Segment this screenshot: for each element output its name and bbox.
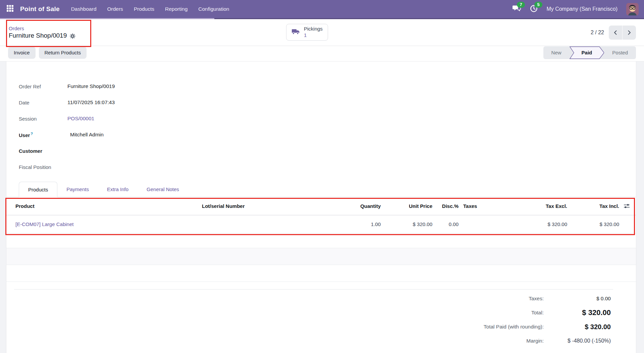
header-unit-price[interactable]: Unit Price: [381, 203, 432, 209]
status-step-posted[interactable]: Posted: [604, 46, 636, 59]
form-sheet: Order Ref Furniture Shop/0019 Date 11/07…: [6, 61, 636, 353]
field-date: Date 11/07/2025 16:07:43: [19, 94, 636, 111]
pickings-count: 1: [304, 32, 323, 39]
header-discount[interactable]: Disc.%: [432, 203, 459, 209]
top-navbar: Point of Sale Dashboard Orders Products …: [0, 0, 644, 18]
session-link[interactable]: POS/00001: [67, 116, 94, 122]
total-label: Total:: [531, 310, 544, 316]
menu-orders[interactable]: Orders: [102, 0, 128, 18]
gear-icon[interactable]: [70, 33, 75, 39]
cell-tax-incl: $ 320.00: [567, 221, 619, 227]
chevron-left-icon: [613, 30, 618, 35]
user-avatar[interactable]: [626, 3, 639, 15]
tab-general-notes[interactable]: General Notes: [138, 181, 188, 197]
date-label: Date: [19, 100, 67, 105]
totals-margin-row: Margin: $ -480.00 (-150%): [14, 334, 613, 348]
main-menu: Dashboard Orders Products Reporting Conf…: [66, 0, 235, 18]
session-label: Session: [19, 116, 67, 122]
tab-products[interactable]: Products: [19, 182, 57, 197]
order-totals: Taxes: $ 0.00 Total: $ 320.00 Total Paid…: [14, 289, 613, 348]
breadcrumb: Orders Furniture Shop/0019: [8, 26, 75, 39]
field-customer: Customer: [19, 143, 636, 159]
cell-discount: 0.00: [432, 221, 459, 227]
total-value: $ 320.00: [544, 308, 611, 317]
taxes-total-label: Taxes:: [529, 296, 544, 302]
totals-taxes-row: Taxes: $ 0.00: [14, 292, 613, 306]
chevron-right-icon: [627, 30, 632, 35]
empty-table-row: [6, 265, 636, 282]
products-table-header: Product Lot/serial Number Quantity Unit …: [6, 197, 636, 215]
status-step-paid-label: Paid: [582, 50, 592, 55]
header-product[interactable]: Product: [15, 203, 202, 209]
tab-payments[interactable]: Payments: [57, 181, 98, 197]
pager-value[interactable]: 2 / 22: [591, 30, 604, 36]
tab-extra-info[interactable]: Extra Info: [98, 181, 138, 197]
product-link[interactable]: [E-COM07] Large Cabinet: [15, 221, 73, 227]
user-label: User?: [19, 132, 67, 138]
field-order-ref: Order Ref Furniture Shop/0019: [19, 78, 636, 94]
customer-label: Customer: [19, 148, 67, 154]
record-title: Furniture Shop/0019: [9, 32, 75, 39]
status-step-new[interactable]: New: [543, 46, 570, 59]
cell-tax-excl: $ 320.00: [520, 221, 567, 227]
taxes-total-value: $ 0.00: [544, 296, 611, 302]
pager-previous-button[interactable]: [609, 26, 622, 40]
empty-table-row: [6, 248, 636, 265]
field-group: Order Ref Furniture Shop/0019 Date 11/07…: [6, 78, 636, 175]
activities-button[interactable]: 5: [530, 5, 538, 14]
cell-quantity: 1.00: [303, 221, 381, 227]
field-fiscal-position: Fiscal Position: [19, 159, 636, 175]
return-products-button[interactable]: Return Products: [39, 47, 87, 59]
apps-menu-button[interactable]: [3, 2, 17, 16]
margin-label: Margin:: [526, 338, 544, 344]
statusbar: New Paid Posted: [543, 46, 636, 59]
activities-badge: 5: [534, 2, 542, 8]
form-status-strip: Invoice Return Products New Paid Posted: [0, 46, 644, 61]
order-ref-label: Order Ref: [19, 84, 67, 89]
total-paid-label: Total Paid (with rounding):: [484, 324, 544, 330]
form-content-area: Order Ref Furniture Shop/0019 Date 11/07…: [0, 61, 644, 353]
order-ref-value[interactable]: Furniture Shop/0019: [67, 83, 115, 89]
menu-configuration[interactable]: Configuration: [193, 0, 234, 18]
field-session: Session POS/00001: [19, 111, 636, 127]
invoice-button[interactable]: Invoice: [8, 47, 36, 59]
product-table-row[interactable]: [E-COM07] Large Cabinet 1.00 $ 320.00 0.…: [6, 215, 636, 233]
cell-unit-price: $ 320.00: [381, 221, 432, 227]
margin-value: $ -480.00 (-150%): [544, 338, 611, 344]
menu-reporting[interactable]: Reporting: [160, 0, 193, 18]
messages-button[interactable]: 7: [513, 5, 521, 13]
status-step-paid[interactable]: Paid: [570, 46, 604, 59]
date-value[interactable]: 11/07/2025 16:07:43: [67, 99, 115, 105]
header-tax-incl[interactable]: Tax Incl.: [567, 203, 619, 209]
header-lot-serial[interactable]: Lot/serial Number: [202, 203, 303, 209]
total-paid-value: $ 320.00: [544, 323, 611, 331]
messages-badge: 7: [517, 2, 525, 8]
breadcrumb-orders-link[interactable]: Orders: [9, 26, 75, 31]
fiscal-position-label: Fiscal Position: [19, 164, 67, 170]
user-value[interactable]: Mitchell Admin: [67, 132, 104, 138]
control-panel: Orders Furniture Shop/0019: [0, 19, 644, 46]
truck-icon: [291, 28, 300, 37]
empty-table-row: [6, 233, 636, 248]
header-taxes[interactable]: Taxes: [459, 203, 520, 209]
record-name: Furniture Shop/0019: [9, 32, 67, 39]
notebook-tabs: Products Payments Extra Info General Not…: [6, 182, 636, 197]
company-switcher[interactable]: My Company (San Francisco): [546, 6, 618, 12]
app-name[interactable]: Point of Sale: [19, 5, 64, 13]
header-tax-excl[interactable]: Tax Excl.: [520, 203, 567, 209]
pager: 2 / 22: [591, 26, 636, 40]
help-question-icon: ?: [31, 132, 33, 136]
menu-dashboard[interactable]: Dashboard: [66, 0, 102, 18]
header-quantity[interactable]: Quantity: [303, 203, 381, 209]
pager-next-button[interactable]: [623, 26, 636, 40]
totals-total-row: Total: $ 320.00: [14, 306, 613, 320]
optional-columns-button[interactable]: [619, 203, 632, 209]
apps-grid-icon: [6, 5, 14, 13]
pickings-label: Pickings: [304, 26, 323, 32]
menu-products[interactable]: Products: [128, 0, 160, 18]
field-user: User? Mitchell Admin: [19, 127, 636, 143]
totals-paid-row: Total Paid (with rounding): $ 320.00: [14, 320, 613, 334]
column-sliders-icon: [624, 203, 630, 209]
pickings-button[interactable]: Pickings 1: [286, 24, 328, 41]
